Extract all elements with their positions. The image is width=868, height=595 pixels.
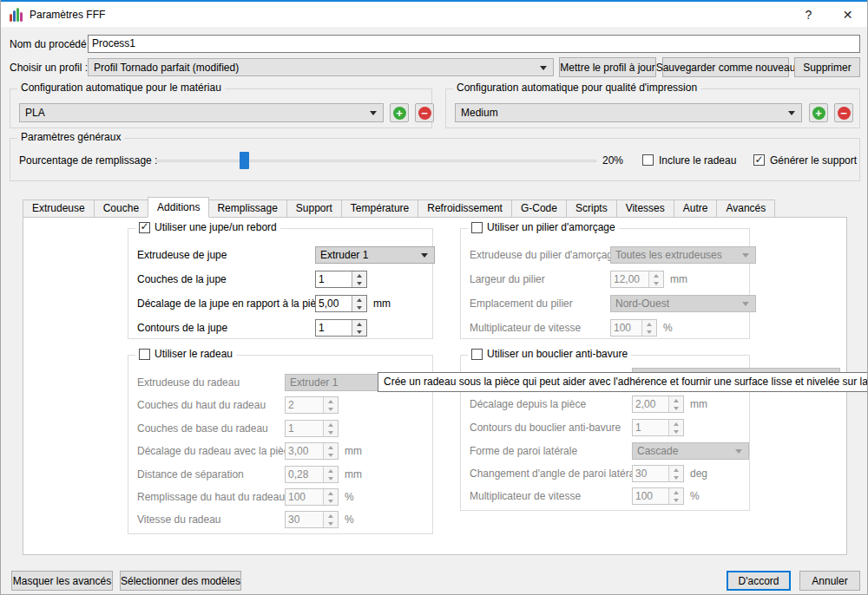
tab-refroidissement[interactable]: Refroidissement: [418, 199, 512, 218]
raft-speed-spinner: 30: [285, 511, 339, 528]
field-label: Remplissage du haut du radeau: [137, 488, 285, 506]
field-label: Emplacement du pilier: [470, 295, 573, 312]
add-quality-button[interactable]: +: [809, 103, 828, 122]
chevron-down-icon: [742, 302, 749, 306]
spin-down-icon: [669, 404, 683, 412]
spin-up-icon[interactable]: [352, 271, 366, 279]
spin-up-icon: [669, 488, 683, 496]
minus-icon: −: [418, 107, 431, 120]
spin-up-icon: [324, 467, 338, 474]
prime-pillar-group: Utiliser un pilier d'amorçage Extrudeuse…: [460, 228, 750, 339]
spin-up-icon: [669, 466, 683, 474]
general-settings-group: Paramètres généraux Pourcentage de rempl…: [10, 138, 860, 181]
field-label: Couches de base du radeau: [137, 420, 268, 437]
tab-avances[interactable]: Avancés: [717, 199, 775, 218]
spin-up-icon: [642, 320, 656, 328]
cancel-button[interactable]: Annuler: [799, 571, 860, 591]
tab-vitesses[interactable]: Vitesses: [617, 199, 674, 218]
spin-down-icon: [324, 428, 338, 436]
material-config-title: Configuration automatique pour le matéri…: [21, 82, 221, 94]
tab-remplissage[interactable]: Remplissage: [208, 199, 286, 218]
material-select[interactable]: PLA: [19, 103, 384, 122]
spin-up-icon: [324, 397, 338, 405]
pillar-group-title: Utiliser un pilier d'amorçage: [487, 221, 615, 233]
field-label: Changement d'angle de paroi latérale: [470, 465, 643, 482]
spin-down-icon: [649, 279, 663, 287]
skirt-outlines-spinner[interactable]: 1: [315, 319, 367, 337]
raft-top-layers-spinner: 2: [285, 396, 339, 414]
tab-additions[interactable]: Additions: [148, 197, 209, 218]
pillar-location-select: Nord-Ouest: [610, 295, 756, 312]
shield-sidewall-shape-select: Cascade: [632, 442, 749, 460]
field-label: Extrudeuse de jupe: [137, 246, 227, 264]
spin-up-icon[interactable]: [352, 320, 366, 328]
slider-track[interactable]: [156, 160, 596, 162]
spin-up-icon: [324, 443, 338, 451]
update-profile-button[interactable]: Mettre le profil à jour: [559, 57, 656, 77]
spin-up-icon: [669, 396, 683, 404]
shield-enable-checkbox[interactable]: [471, 349, 483, 360]
select-models-button[interactable]: Sélectionner des modèles: [120, 571, 241, 591]
remove-material-button[interactable]: −: [415, 103, 434, 122]
include-raft-checkbox[interactable]: [642, 154, 654, 166]
unit-label: %: [663, 322, 673, 334]
field-label: Extrudeuse du radeau: [137, 374, 240, 391]
ok-button[interactable]: D'accord: [727, 571, 791, 591]
slider-thumb[interactable]: [240, 152, 249, 169]
field-label: Décalage de la jupe en rapport à la pièc…: [137, 295, 327, 312]
hide-advanced-button[interactable]: Masquer les avancés: [11, 571, 113, 591]
shield-group-title: Utiliser un bouclier anti-bavure: [487, 348, 628, 360]
spin-down-icon[interactable]: [352, 328, 366, 336]
plus-icon: +: [393, 107, 406, 120]
chevron-down-icon: [742, 253, 749, 258]
unit-label: mm: [345, 468, 362, 481]
material-config-group: Configuration automatique pour le matéri…: [10, 88, 432, 128]
raft-tooltip: Crée un radeau sous la pièce qui peut ai…: [378, 372, 868, 392]
remove-quality-button[interactable]: −: [834, 103, 853, 122]
spin-up-icon[interactable]: [352, 296, 366, 304]
chevron-down-icon: [370, 111, 377, 115]
unit-label: %: [690, 490, 700, 502]
add-material-button[interactable]: +: [390, 103, 409, 122]
spin-down-icon: [669, 474, 683, 481]
infill-slider[interactable]: [156, 152, 596, 169]
field-label: Contours de la jupe: [137, 319, 227, 337]
infill-label: Pourcentage de remplissage :: [19, 152, 157, 169]
infill-value: 20%: [602, 152, 623, 169]
tab-extrudeuse[interactable]: Extrudeuse: [23, 199, 95, 218]
help-button[interactable]: ?: [789, 2, 828, 27]
spin-down-icon[interactable]: [352, 304, 366, 311]
profile-select[interactable]: Profil Tornado parfait (modified): [88, 58, 554, 76]
process-name-input[interactable]: Process1: [88, 35, 860, 53]
field-label: Décalage depuis la pièce: [470, 396, 586, 413]
skirt-group-title: Utiliser une jupe/un rebord: [155, 221, 277, 233]
save-as-new-button[interactable]: Sauvegarder comme nouveau: [662, 57, 789, 77]
skirt-layers-spinner[interactable]: 1: [315, 271, 367, 288]
spin-up-icon: [324, 421, 338, 428]
pillar-extruder-select: Toutes les extrudeuses: [610, 246, 756, 264]
unit-label: %: [345, 491, 354, 503]
quality-select[interactable]: Medium: [455, 103, 802, 122]
skirt-extruder-select[interactable]: Extruder 1: [315, 246, 435, 264]
generate-support-checkbox[interactable]: [753, 154, 765, 166]
tab-gcode[interactable]: G-Code: [512, 199, 567, 218]
include-raft-label: Inclure le radeau: [659, 152, 736, 169]
tab-temperature[interactable]: Température: [342, 199, 418, 218]
skirt-enable-checkbox[interactable]: [139, 222, 150, 233]
close-button[interactable]: ✕: [828, 2, 867, 27]
tab-couche[interactable]: Couche: [95, 199, 148, 218]
skirt-offset-spinner[interactable]: 5,00: [315, 295, 367, 312]
spin-down-icon: [642, 328, 656, 336]
delete-profile-button[interactable]: Supprimer: [794, 57, 860, 77]
pillar-enable-checkbox[interactable]: [471, 222, 483, 233]
minus-icon: −: [838, 107, 851, 120]
raft-enable-checkbox[interactable]: [139, 349, 150, 360]
field-label: Vitesse du radeau: [137, 511, 221, 528]
chevron-down-icon: [735, 449, 742, 454]
profile-label: Choisir un profil :: [10, 59, 88, 76]
tab-scripts[interactable]: Scripts: [567, 199, 617, 218]
unit-label: deg: [690, 468, 707, 480]
spin-down-icon[interactable]: [352, 279, 366, 287]
tab-support[interactable]: Support: [287, 199, 342, 218]
tab-autre[interactable]: Autre: [674, 199, 718, 218]
